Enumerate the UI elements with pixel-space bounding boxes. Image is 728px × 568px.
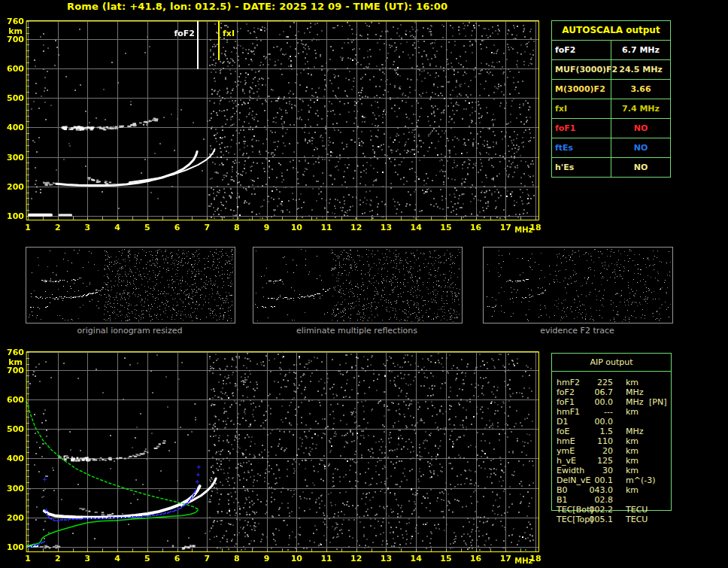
aip-row-unit: m^(-3)	[626, 475, 655, 485]
aip-row-value: 06.7	[580, 387, 613, 397]
aip-row-unit: km	[626, 407, 639, 417]
aip-row-label: hmF2	[557, 378, 580, 387]
aip-row-value: 00.0	[580, 397, 613, 407]
top-ionogram-plot	[0, 14, 545, 239]
aip-row-hmf2: hmF2225km	[551, 378, 673, 387]
aip-table-header: AIP output	[552, 354, 671, 372]
aip-row-label: foF2	[557, 387, 575, 397]
aip-row-note: [PN]	[649, 397, 666, 407]
aip-row-b1: B102.8	[551, 495, 673, 505]
autoscala-row-value: NO	[611, 158, 670, 177]
aip-row-d1: D100.0	[551, 417, 673, 427]
autoscala-row-label: M(3000)F2	[552, 80, 611, 99]
aip-row-ewidth: Ewidth30km	[551, 466, 673, 475]
thumbnail-eliminate-multiple-reflections	[253, 247, 463, 323]
aip-row-label: h_vE	[557, 456, 576, 466]
autoscala-table-header: AUTOSCALA output	[552, 21, 670, 40]
autoscala-row-value: 24.5 MHz	[611, 60, 670, 79]
aip-row-unit: MHz	[626, 387, 644, 397]
aip-row-value: 043.0	[580, 485, 613, 495]
aip-row-unit: MHz	[626, 427, 644, 436]
aip-output-panel: AIP output hmF2225kmfoF206.7MHzfoF100.0M…	[551, 353, 673, 533]
autoscala-row-label: MUF(3000)F2	[552, 60, 611, 79]
aip-row-unit: km	[626, 436, 639, 446]
autoscala-row-fxi: fxI7.4 MHz	[552, 99, 670, 118]
aip-row-foe: foE1.5MHz	[551, 427, 673, 436]
aip-row-label: B0	[557, 485, 568, 495]
aip-row-label: hmF1	[557, 407, 580, 417]
aip-row-label: ymE	[557, 446, 575, 456]
autoscala-row-label: ftEs	[552, 138, 611, 157]
aip-row-hme: hmE110km	[551, 436, 673, 446]
autoscala-row-label: foF2	[552, 41, 611, 59]
aip-row-unit: MHz	[626, 397, 644, 407]
bottom-ionogram-plot-with-profile	[0, 339, 545, 568]
station-date-time-title: Rome (lat: +41.8, lon: 012.5) - DATE: 20…	[67, 1, 447, 12]
aip-row-unit: TECU	[626, 515, 648, 524]
aip-row-yme: ymE20km	[551, 446, 673, 456]
aip-row-unit: km	[626, 466, 639, 475]
aip-row-value: ---	[580, 407, 613, 417]
aip-row-tectop: TEC[Top]005.1TECU	[551, 515, 673, 524]
autoscala-row-value: 6.7 MHz	[611, 41, 670, 59]
aip-row-fof1: foF100.0MHz[PN]	[551, 397, 673, 407]
aip-row-value: 225	[580, 378, 613, 387]
autoscala-row-value: 3.66	[611, 80, 670, 99]
aip-row-value: 20	[580, 446, 613, 456]
aip-row-label: B1	[557, 495, 568, 505]
aip-row-unit: km	[626, 456, 639, 466]
aip-row-label: foF1	[557, 397, 575, 407]
aip-row-delnve: DelN_vE00.1m^(-3)	[551, 475, 673, 485]
aip-row-b0: B0043.0km	[551, 485, 673, 495]
autoscala-row-m3000f2: M(3000)F23.66	[552, 79, 670, 99]
aip-row-value: 30	[580, 466, 613, 475]
aip-row-tecbot: TEC[Bot]002.2TECU	[551, 505, 673, 515]
aip-row-hmf1: hmF1---km	[551, 407, 673, 417]
aip-row-unit: km	[626, 485, 639, 495]
aip-row-value: 00.1	[580, 475, 613, 485]
autoscala-row-value: NO	[611, 119, 670, 138]
aip-row-value: 1.5	[580, 427, 613, 436]
aip-row-unit: TECU	[626, 505, 648, 515]
autoscala-row-fof2: foF26.7 MHz	[552, 40, 670, 59]
thumbnail-original-ionogram	[26, 247, 235, 323]
autoscala-row-label: fxI	[552, 99, 611, 118]
autoscala-application-screen: Rome (lat: +41.8, lon: 012.5) - DATE: 20…	[0, 0, 728, 568]
autoscala-row-ftes: ftEsNO	[552, 138, 670, 157]
autoscala-table-rows: foF26.7 MHzMUF(3000)F224.5 MHzM(3000)F23…	[552, 40, 670, 177]
aip-row-label: foE	[557, 427, 570, 436]
autoscala-row-value: 7.4 MHz	[611, 99, 670, 118]
autoscala-row-hes: h'EsNO	[552, 157, 670, 177]
autoscala-output-table: AUTOSCALA output foF26.7 MHzMUF(3000)F22…	[551, 20, 671, 178]
autoscala-row-label: h'Es	[552, 158, 611, 177]
aip-row-value: 110	[580, 436, 613, 446]
aip-row-unit: km	[626, 446, 639, 456]
autoscala-row-fof1: foF1NO	[552, 118, 670, 138]
thumbnail-caption-reflections: eliminate multiple reflections	[253, 326, 461, 336]
autoscala-row-label: foF1	[552, 119, 611, 138]
thumbnail-caption-evidence: evidence F2 trace	[483, 326, 672, 336]
aip-row-hve: h_vE125km	[551, 456, 673, 466]
autoscala-row-muf3000f2: MUF(3000)F224.5 MHz	[552, 59, 670, 79]
aip-row-label: hmE	[557, 436, 575, 446]
aip-row-value: 002.2	[580, 505, 613, 515]
aip-row-value: 125	[580, 456, 613, 466]
aip-row-value: 00.0	[580, 417, 613, 427]
aip-row-unit: km	[626, 378, 639, 387]
aip-row-fof2: foF206.7MHz	[551, 387, 673, 397]
aip-row-value: 02.8	[580, 495, 613, 505]
thumbnail-caption-original: original ionogram resized	[26, 326, 234, 336]
autoscala-row-value: NO	[611, 138, 670, 157]
thumbnail-evidence-f2-trace	[483, 247, 673, 323]
aip-row-value: 005.1	[580, 515, 613, 524]
aip-row-label: D1	[557, 417, 568, 427]
